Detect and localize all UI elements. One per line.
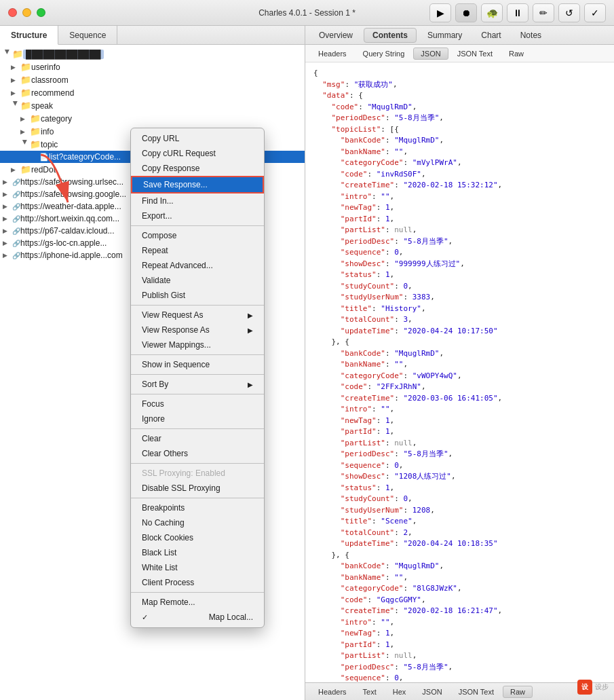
json-value: "MquglRmD" xyxy=(394,136,439,145)
tab-notes[interactable]: Notes xyxy=(512,29,550,42)
json-key: "sequence" xyxy=(341,248,385,257)
file-icon: 📄 xyxy=(39,153,49,162)
start-button[interactable]: ▶ xyxy=(429,3,451,22)
json-value: "5-8月当季" xyxy=(403,237,448,246)
tree-label: topic xyxy=(41,140,58,149)
tab-structure[interactable]: Structure xyxy=(0,26,58,45)
subtab-json[interactable]: JSON xyxy=(413,48,448,60)
pause-button[interactable]: ⏸ xyxy=(507,3,529,22)
record-button[interactable]: ⏺ xyxy=(455,3,477,22)
ctx-no-caching[interactable]: No Caching xyxy=(131,515,264,530)
ctx-ignore[interactable]: Ignore xyxy=(131,411,264,426)
ctx-view-request[interactable]: View Request As ▶ xyxy=(131,308,264,323)
json-key: "bankName" xyxy=(341,573,385,582)
json-key: "intro" xyxy=(341,618,372,627)
bottom-tab-raw[interactable]: Raw xyxy=(503,686,533,698)
ctx-export[interactable]: Export... xyxy=(131,208,264,223)
bottom-tab-headers[interactable]: Headers xyxy=(311,686,354,698)
ctx-disable-ssl[interactable]: Disable SSL Proxying xyxy=(131,481,264,496)
ctx-map-local[interactable]: ✓Map Local... xyxy=(131,610,264,625)
ctx-focus[interactable]: Focus xyxy=(131,397,264,411)
ctx-show-sequence[interactable]: Show in Sequence xyxy=(131,357,264,372)
tree-arrow: ▶ xyxy=(3,191,12,198)
tab-contents[interactable]: Contents xyxy=(364,28,417,43)
ctx-copy-curl[interactable]: Copy cURL Request xyxy=(131,146,264,161)
json-value: null xyxy=(394,225,412,234)
ctx-repeat[interactable]: Repeat xyxy=(131,243,264,258)
tree-label: userinfo xyxy=(31,62,60,72)
tree-item-root[interactable]: ▶ 📁 █████████████ xyxy=(0,48,305,60)
ctx-view-response[interactable]: View Response As ▶ xyxy=(131,323,264,337)
bottom-tab-hex[interactable]: Hex xyxy=(385,686,414,698)
ctx-compose[interactable]: Compose xyxy=(131,228,264,243)
ctx-client-process[interactable]: Client Process xyxy=(131,575,264,590)
tree-arrow: ▶ xyxy=(22,140,28,149)
subtab-json-text[interactable]: JSON Text xyxy=(450,48,500,60)
ctx-breakpoints[interactable]: Breakpoints xyxy=(131,500,264,515)
json-key: "code" xyxy=(341,595,368,604)
ctx-white-list[interactable]: White List xyxy=(131,560,264,575)
subtab-query-string[interactable]: Query String xyxy=(356,48,412,60)
close-button[interactable] xyxy=(8,8,17,17)
right-tab-bar: Overview Contents Summary Chart Notes xyxy=(305,26,614,45)
tab-sequence[interactable]: Sequence xyxy=(58,26,117,44)
ctx-publish-gist[interactable]: Publish Gist xyxy=(131,288,264,303)
json-value: "MquglRmD" xyxy=(394,349,439,358)
left-panel: Structure Sequence ▶ 📁 █████████████ ▶ 📁… xyxy=(0,26,305,700)
folder-icon: 📁 xyxy=(20,164,31,174)
json-value: "mVylPWrA" xyxy=(412,158,457,167)
json-key: "code" xyxy=(341,382,368,391)
tree-item-recommend[interactable]: ▶ 📁 recommend xyxy=(0,86,305,99)
subtab-headers[interactable]: Headers xyxy=(311,48,354,60)
ctx-black-list[interactable]: Black List xyxy=(131,545,264,560)
json-value: "5-8月当季" xyxy=(403,449,448,458)
json-key: "categoryCode" xyxy=(341,371,404,380)
json-value: "2020-02-18 16:21:47" xyxy=(403,606,497,615)
folder-icon: 📁 xyxy=(20,100,31,111)
tree-label: https://weather-data.apple... xyxy=(20,202,121,211)
ctx-save-response[interactable]: Save Response... xyxy=(131,176,264,194)
tab-chart[interactable]: Chart xyxy=(473,29,509,42)
ctx-clear-others[interactable]: Clear Others xyxy=(131,446,264,461)
json-key: "createTime" xyxy=(341,394,394,403)
ctx-sep9 xyxy=(131,592,264,593)
ctx-copy-response[interactable]: Copy Response xyxy=(131,161,264,176)
refresh-button[interactable]: ↺ xyxy=(558,3,580,22)
maximize-button[interactable] xyxy=(37,8,45,17)
tab-overview[interactable]: Overview xyxy=(311,29,361,42)
json-key: "totalCount" xyxy=(341,528,394,537)
ctx-clear[interactable]: Clear xyxy=(131,431,264,446)
ctx-find-in[interactable]: Find In... xyxy=(131,194,264,208)
tab-summary[interactable]: Summary xyxy=(419,29,470,42)
tree-arrow: ▶ xyxy=(3,179,12,185)
titlebar: Charles 4.0.1 - Session 1 * ▶ ⏺ 🐢 ⏸ ✏ ↺ … xyxy=(0,0,614,26)
ctx-block-cookies[interactable]: Block Cookies xyxy=(131,530,264,545)
json-key: "periodDesc" xyxy=(341,449,394,458)
check-button[interactable]: ✓ xyxy=(584,3,606,22)
folder-icon: 📁 xyxy=(30,126,41,136)
bottom-tab-json-text[interactable]: JSON Text xyxy=(451,686,501,698)
ctx-viewer-mappings[interactable]: Viewer Mappings... xyxy=(131,337,264,352)
edit-button[interactable]: ✏ xyxy=(533,3,554,22)
tree-item-category[interactable]: ▶ 📁 category xyxy=(0,112,305,125)
json-value: "" xyxy=(381,405,389,413)
tree-arrow: ▶ xyxy=(11,77,20,84)
tree-arrow: ▶ xyxy=(20,128,30,135)
bottom-tab-text[interactable]: Text xyxy=(356,686,384,698)
watermark: 设 设步 xyxy=(577,680,609,695)
throttle-button[interactable]: 🐢 xyxy=(481,3,503,22)
ctx-sort-by[interactable]: Sort By ▶ xyxy=(131,377,264,392)
ctx-repeat-advanced[interactable]: Repeat Advanced... xyxy=(131,258,264,273)
ctx-map-remote[interactable]: Map Remote... xyxy=(131,595,264,610)
json-key: "code" xyxy=(341,170,368,179)
minimize-button[interactable] xyxy=(22,8,31,17)
bottom-tab-json[interactable]: JSON xyxy=(415,686,449,698)
tree-item-speak[interactable]: ▶ 📁 speak xyxy=(0,99,305,112)
ctx-copy-url[interactable]: Copy URL xyxy=(131,131,264,146)
tree-item-userinfo[interactable]: ▶ 📁 userinfo xyxy=(0,60,305,73)
tree-item-classroom[interactable]: ▶ 📁 classroom xyxy=(0,73,305,86)
folder-icon: 📁 xyxy=(12,49,23,59)
ctx-validate[interactable]: Validate xyxy=(131,273,264,288)
tree-arrow: ▶ xyxy=(4,50,11,59)
subtab-raw[interactable]: Raw xyxy=(501,48,531,60)
